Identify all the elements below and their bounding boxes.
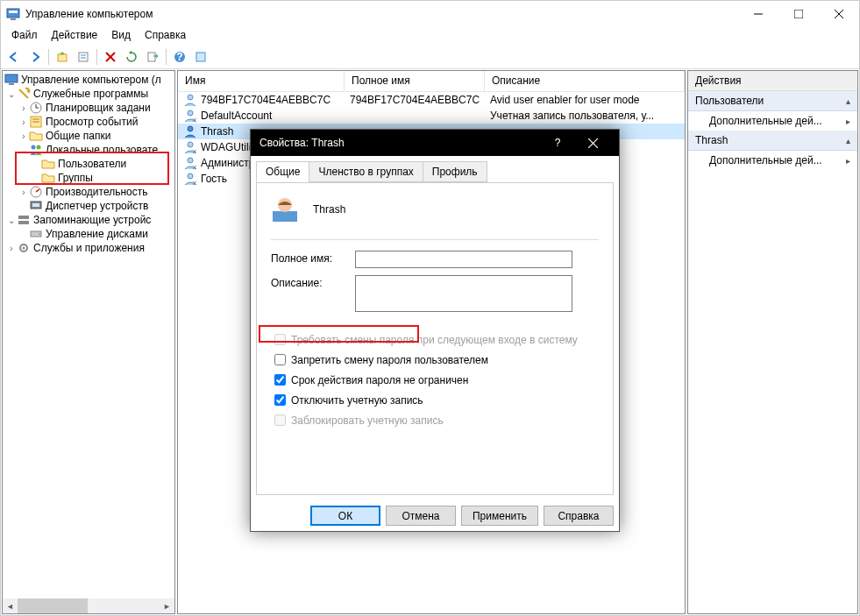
cancel-button[interactable]: Отмена — [386, 506, 456, 526]
collapse-icon: ▴ — [846, 96, 850, 106]
col-name[interactable]: Имя — [178, 71, 345, 91]
tree-users[interactable]: Пользователи — [3, 157, 174, 171]
tree-task-scheduler[interactable]: › Планировщик задани — [3, 101, 174, 115]
cannot-change-checkbox[interactable] — [274, 354, 286, 365]
tree-root[interactable]: Управление компьютером (л — [3, 73, 174, 87]
user-icon — [183, 156, 197, 170]
menubar: Файл Действие Вид Справка — [1, 27, 859, 45]
user-icon — [183, 124, 197, 138]
must-change-checkbox — [274, 334, 286, 345]
actions-more-2[interactable]: Дополнительные дей... ▸ — [688, 151, 857, 170]
tree-services[interactable]: › Службы и приложения — [3, 241, 174, 255]
refresh-button[interactable] — [122, 47, 141, 67]
menu-view[interactable]: Вид — [106, 27, 136, 45]
folder-icon — [41, 157, 55, 171]
username-label: Thrash — [313, 203, 345, 216]
tree-local-users[interactable]: ⌄ Локальные пользовате — [3, 143, 174, 157]
svg-rect-2 — [11, 18, 16, 20]
dialog-titlebar: Свойства: Thrash ? — [251, 130, 619, 156]
list-header: Имя Полное имя Описание — [178, 71, 685, 92]
disk-icon — [29, 227, 43, 241]
folder-icon — [29, 129, 43, 143]
desc-input[interactable] — [355, 275, 572, 312]
tree-performance[interactable]: › Производительность — [3, 185, 174, 199]
close-button[interactable] — [819, 1, 859, 27]
users-icon — [29, 143, 43, 157]
menu-file[interactable]: Файл — [6, 27, 43, 45]
back-button[interactable] — [4, 47, 24, 67]
tree-storage[interactable]: ⌄ Запоминающие устройс — [3, 213, 174, 227]
help-button[interactable]: ? — [170, 47, 189, 67]
gear-icon — [17, 241, 31, 255]
user-icon — [183, 172, 197, 186]
svg-point-26 — [37, 145, 41, 150]
svg-point-37 — [188, 110, 193, 116]
svg-point-40 — [188, 158, 193, 163]
folder-icon — [41, 171, 55, 185]
list-row[interactable]: DefaultAccount Учетная запись пользовате… — [178, 108, 685, 124]
svg-rect-1 — [9, 11, 18, 13]
clock-icon — [29, 101, 43, 115]
tab-strip: Общие Членство в группах Профиль — [256, 161, 614, 182]
apply-button[interactable]: Применить — [461, 506, 538, 526]
svg-rect-13 — [148, 53, 155, 61]
disabled-row[interactable]: Отключить учетную запись — [271, 392, 599, 408]
tree-panel[interactable]: Управление компьютером (л ⌄ Служебные пр… — [2, 70, 175, 614]
export-button[interactable] — [143, 47, 162, 67]
toolbar: ? — [1, 45, 859, 69]
menu-action[interactable]: Действие — [46, 27, 103, 45]
fullname-label: Полное имя: — [271, 251, 355, 265]
scroll-right-icon[interactable]: ► — [160, 598, 174, 613]
tab-general[interactable]: Общие — [256, 161, 309, 182]
perf-icon — [29, 185, 43, 199]
tree-scrollbar[interactable]: ◄ ► — [3, 598, 174, 613]
svg-rect-30 — [18, 216, 29, 219]
tree-shared-folders[interactable]: › Общие папки — [3, 129, 174, 143]
actions-section-users[interactable]: Пользователи ▴ — [688, 91, 857, 111]
cannot-change-row[interactable]: Запретить смену пароля пользователем — [271, 351, 599, 368]
tools-icon — [17, 87, 31, 101]
tree-system-tools[interactable]: ⌄ Служебные программы — [3, 87, 174, 101]
titlebar: Управление компьютером — [1, 1, 859, 27]
menu-help[interactable]: Справка — [139, 27, 191, 45]
tab-memberof[interactable]: Членство в группах — [309, 161, 423, 182]
tab-profile[interactable]: Профиль — [423, 161, 487, 182]
actions-section-thrash[interactable]: Thrash ▴ — [688, 131, 857, 151]
close-button[interactable] — [575, 130, 610, 156]
never-expires-row[interactable]: Срок действия пароля не ограничен — [271, 372, 599, 388]
extra-button[interactable] — [191, 47, 210, 67]
desc-label: Описание: — [271, 275, 355, 289]
tree-disk-mgmt[interactable]: Управление дисками — [3, 227, 174, 241]
properties-button[interactable] — [74, 47, 93, 67]
delete-button[interactable] — [101, 47, 120, 67]
col-fullname[interactable]: Полное имя — [345, 71, 485, 91]
col-desc[interactable]: Описание — [485, 71, 685, 91]
svg-rect-29 — [32, 203, 39, 207]
fullname-input[interactable] — [355, 251, 572, 268]
collapse-icon: ▴ — [846, 136, 850, 145]
help-button[interactable]: ? — [540, 130, 575, 156]
svg-point-36 — [188, 95, 193, 100]
user-icon — [183, 93, 197, 107]
tree-event-viewer[interactable]: › Просмотр событий — [3, 115, 174, 129]
tree-groups[interactable]: Группы — [3, 171, 174, 185]
svg-rect-16 — [196, 53, 205, 61]
ok-button[interactable]: ОК — [310, 506, 380, 526]
svg-point-41 — [188, 173, 193, 179]
list-row[interactable]: 794BF17C704E4AEBBC7C 794BF17C704E4AEBBC7… — [178, 92, 685, 108]
locked-row: Заблокировать учетную запись — [271, 412, 599, 428]
locked-checkbox — [274, 414, 286, 426]
never-expires-checkbox[interactable] — [274, 374, 286, 386]
disabled-checkbox[interactable] — [274, 394, 286, 406]
up-button[interactable] — [53, 47, 72, 67]
forward-button[interactable] — [25, 47, 45, 67]
tree-device-manager[interactable]: Диспетчер устройств — [3, 199, 174, 213]
svg-text:?: ? — [176, 51, 182, 63]
actions-more-1[interactable]: Дополнительные дей... ▸ — [688, 111, 857, 131]
maximize-button[interactable] — [778, 1, 819, 27]
scroll-left-icon[interactable]: ◄ — [3, 598, 18, 613]
actions-header: Действия — [688, 71, 857, 91]
minimize-button[interactable] — [738, 1, 778, 27]
help-button[interactable]: Справка — [544, 506, 614, 526]
svg-rect-7 — [58, 54, 67, 61]
